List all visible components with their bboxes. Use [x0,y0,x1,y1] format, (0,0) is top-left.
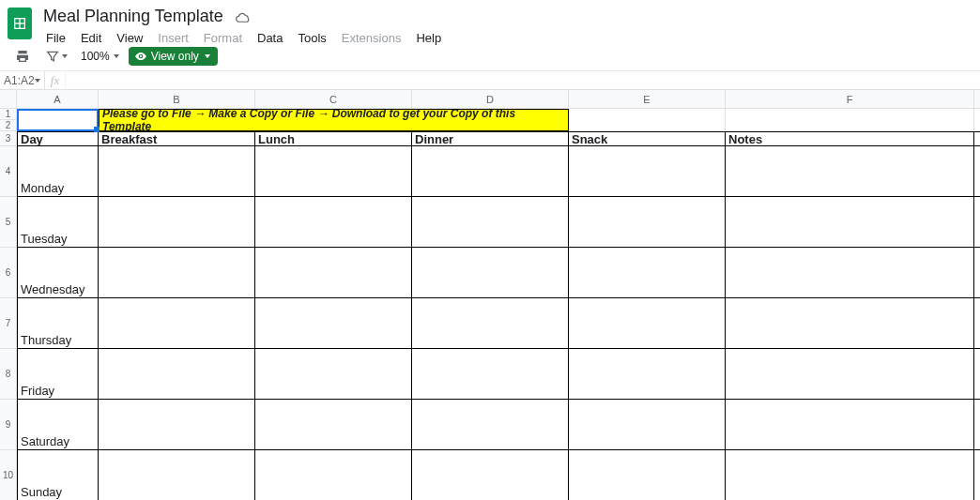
cell[interactable] [255,349,412,399]
title-bar: Meal Planning Template File Edit View In… [0,0,980,43]
cell[interactable] [255,248,412,297]
cloud-status-icon [235,10,252,23]
row-header[interactable]: 9 [0,400,16,450]
cell[interactable] [99,248,255,297]
row-header[interactable]: 3 [0,131,16,146]
view-only-button[interactable]: View only [129,47,218,66]
col-header[interactable]: B [99,90,255,108]
cell[interactable] [412,400,569,449]
day-cell[interactable]: Wednesday [17,248,99,297]
menu-extensions[interactable]: Extensions [335,29,408,47]
cell[interactable] [569,450,726,500]
col-header[interactable]: E [569,90,726,108]
col-header[interactable]: F [726,90,974,108]
cell[interactable] [726,197,974,247]
cell[interactable] [99,400,255,449]
row-header[interactable]: 5 [0,197,16,248]
cell[interactable] [726,349,974,399]
cell[interactable] [255,400,412,449]
header-snack[interactable]: Snack [569,132,726,145]
formula-input[interactable] [66,71,980,89]
document-title[interactable]: Meal Planning Template [39,6,227,27]
header-dinner[interactable]: Dinner [412,132,569,145]
select-all-corner[interactable] [0,90,17,109]
menu-help[interactable]: Help [409,29,448,47]
cell[interactable] [255,197,412,247]
col-header[interactable]: A [17,90,99,108]
zoom-selector[interactable]: 100% [79,50,121,63]
banner-cell[interactable]: Please go to File → Make a Copy or File … [99,109,569,131]
print-button[interactable] [11,47,34,66]
day-cell[interactable]: Friday [17,349,99,399]
cell[interactable] [569,298,726,348]
cell[interactable] [255,298,412,348]
header-lunch[interactable]: Lunch [255,132,412,145]
day-cell[interactable]: Thursday [17,298,99,348]
cell[interactable] [99,298,255,348]
cell[interactable] [569,146,726,196]
toolbar: 100% View only [0,43,980,71]
sheets-logo [8,8,32,39]
name-box[interactable]: A1:A2 [0,71,45,89]
cell[interactable] [99,146,255,196]
day-cell[interactable]: Tuesday [17,197,99,247]
cell[interactable] [412,298,569,348]
menu-data[interactable]: Data [251,29,289,47]
menu-edit[interactable]: Edit [74,29,108,47]
name-box-value: A1:A2 [4,74,35,87]
row-header[interactable]: 8 [0,349,16,400]
menu-insert[interactable]: Insert [151,29,195,47]
view-only-label: View only [151,50,199,63]
menu-bar: File Edit View Insert Format Data Tools … [39,29,448,47]
menu-file[interactable]: File [39,29,72,47]
cell[interactable] [99,197,255,247]
menu-view[interactable]: View [110,29,149,47]
header-day[interactable]: Day [17,132,99,145]
menu-tools[interactable]: Tools [291,29,332,47]
row-header[interactable]: 4 [0,146,16,197]
cell[interactable] [412,349,569,399]
row-header[interactable]: 10 [0,450,16,500]
cell[interactable] [99,450,255,500]
cell[interactable] [569,400,726,449]
cell[interactable] [726,450,974,500]
cell[interactable] [17,109,99,131]
cell[interactable] [726,146,974,196]
cell[interactable] [412,248,569,297]
cell[interactable] [726,248,974,297]
cell[interactable] [99,349,255,399]
day-cell[interactable]: Monday [17,146,99,196]
formula-bar: A1:A2 fx [0,71,980,90]
day-cell[interactable]: Saturday [17,400,99,449]
zoom-value: 100% [81,50,110,63]
spreadsheet-grid: A B C D E F 1 2 3 4 5 6 7 8 9 10 [0,90,980,500]
row-header[interactable]: 1 [0,109,16,120]
cell[interactable] [726,400,974,449]
row-headers: 1 2 3 4 5 6 7 8 9 10 [0,109,17,500]
menu-format[interactable]: Format [197,29,249,47]
header-breakfast[interactable]: Breakfast [99,132,255,145]
cell[interactable] [412,450,569,500]
svg-point-3 [140,54,142,56]
cell[interactable] [726,109,974,131]
header-notes[interactable]: Notes [726,132,974,145]
fx-icon: fx [45,71,66,89]
col-header[interactable]: C [255,90,412,108]
cells-area[interactable]: Please go to File → Make a Copy or File … [17,109,980,500]
cell[interactable] [569,248,726,297]
cell[interactable] [412,197,569,247]
filter-button[interactable] [41,47,71,66]
row-header[interactable]: 6 [0,248,16,298]
row-header[interactable]: 2 [0,120,16,131]
cell[interactable] [255,450,412,500]
cell[interactable] [569,197,726,247]
col-header[interactable]: D [412,90,569,108]
day-cell[interactable]: Sunday [17,450,99,500]
cell[interactable] [255,146,412,196]
cell[interactable] [569,349,726,399]
cell[interactable] [726,298,974,348]
cell[interactable] [412,146,569,196]
column-headers: A B C D E F [17,90,980,109]
cell[interactable] [569,109,726,131]
row-header[interactable]: 7 [0,298,16,349]
